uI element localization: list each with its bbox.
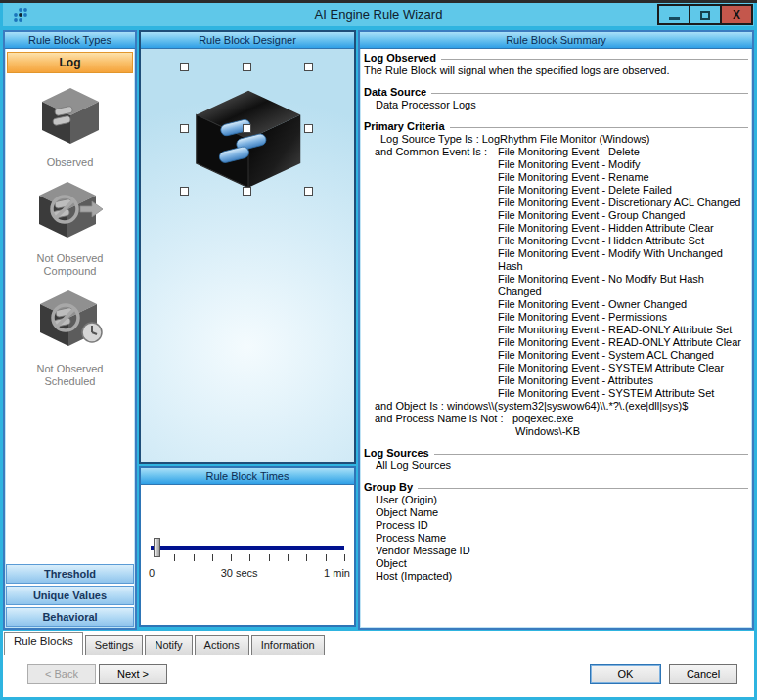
rule-block-times-header: Rule Block Times [141,468,354,485]
common-event-criterion: File Monitoring Event - Owner Changed [364,298,748,311]
primary-criteria-heading: Primary Criteria [364,120,748,133]
slider-tick [231,554,232,561]
back-button[interactable]: < Back [27,664,96,684]
group-by-field: Vendor Message ID [364,545,748,557]
rule-type-observed[interactable]: Observed [5,85,135,169]
rule-block-types-header: Rule Block Types [5,32,135,49]
log-observed-description: The Rule Block will signal when the spec… [364,65,748,77]
selection-handle-mid-right[interactable] [304,124,313,133]
minimize-icon [669,17,680,20]
log-sources-value: All Log Sources [364,459,748,472]
common-event-criterion: File Monitoring Event - Hidden Attribute… [364,222,748,235]
process-name-criterion: Windows\-KB [364,425,748,438]
behavioral-section-button[interactable]: Behavioral [6,607,134,627]
tab-actions[interactable]: Actions [195,635,249,655]
group-by-field: Object Name [364,506,748,519]
designer-canvas[interactable] [141,49,354,462]
common-event-criterion: File Monitoring Event - READ-ONLY Attrib… [364,324,748,336]
group-by-list: User (Origin)Object NameProcess IDProces… [364,494,748,583]
wizard-tabstrip: Rule Blocks Settings Notify Actions Info… [4,632,327,655]
slider-tick [269,554,270,561]
common-event-criterion: File Monitoring Event - Group Changed [364,209,748,222]
rule-block-summary-panel: Rule Block Summary Log Observed The Rule… [358,30,754,630]
minimize-button[interactable] [657,4,690,25]
common-event-criterion: File Monitoring Event - READ-ONLY Attrib… [364,336,748,349]
section-rule [431,93,748,94]
rule-block-designer-panel: Rule Block Designer [139,30,356,464]
slider-max-label: 1 min [324,567,350,579]
data-source-value: Data Processor Logs [364,99,748,111]
group-by-heading: Group By [364,481,748,494]
common-event-criterion: File Monitoring Event - Delete Failed [364,184,748,197]
slider-mid-label: 30 secs [221,567,258,579]
tab-settings[interactable]: Settings [85,635,144,655]
group-by-field: Process ID [364,519,748,532]
observed-cube-icon [36,85,105,152]
slider-tick [326,554,327,561]
slider-ticks [156,554,345,561]
rule-type-label: Not Observed Compound [22,252,119,278]
rule-type-accordion: Threshold Unique Values Behavioral [5,562,135,628]
rule-block-times-panel: Rule Block Times 0 30 secs 1 min [139,466,356,627]
slider-min-label: 0 [149,567,155,579]
selection-handle-bottom-center[interactable] [243,187,251,196]
common-events-block: and Common Event Is : File Monitoring Ev… [364,146,748,400]
close-button[interactable]: X [720,4,753,25]
common-event-criterion: File Monitoring Event - Modify With Unch… [364,247,748,273]
ok-button[interactable]: OK [590,664,661,684]
next-button[interactable]: Next > [99,664,167,684]
selection-handle-top-right[interactable] [304,63,313,71]
selection-handle-bottom-left[interactable] [180,187,189,196]
selection-handle-top-center[interactable] [243,63,251,71]
common-event-criterion: File Monitoring Event - System ACL Chang… [364,349,748,362]
common-event-criterion: File Monitoring Event - Rename [364,171,748,184]
maximize-button[interactable] [689,4,722,25]
rule-block-types-panel: Rule Block Types Log Observed [3,30,137,630]
section-rule [450,127,748,128]
process-name-criterion: and Process Name Is Not : poqexec.exe [364,413,748,425]
group-by-field: User (Origin) [364,494,748,506]
rule-type-not-observed-scheduled[interactable]: Not Observed Scheduled [5,287,135,388]
section-rule [434,454,748,455]
slider-tick [306,554,307,561]
summary-body: Log Observed The Rule Block will signal … [360,49,752,628]
unique-values-section-button[interactable]: Unique Values [6,586,134,605]
common-event-criterion: File Monitoring Event - Hidden Attribute… [364,235,748,247]
tab-information[interactable]: Information [251,635,325,655]
group-by-field: Object [364,557,748,570]
log-sources-heading: Log Sources [364,447,748,459]
rule-type-label: Not Observed Scheduled [22,363,119,388]
data-source-heading: Data Source [364,86,748,99]
not-observed-scheduled-icon [35,287,106,358]
cancel-button[interactable]: Cancel [669,664,737,684]
titlebar: AI Engine Rule Wizard X [3,3,754,26]
selection-handle-top-left[interactable] [180,63,189,71]
slider-tick [194,554,195,561]
slider-tick [288,554,289,561]
common-event-criterion: File Monitoring Event - Modify [364,158,748,171]
tab-rule-blocks[interactable]: Rule Blocks [4,632,83,655]
selection-handle-mid-center[interactable] [243,124,251,133]
time-slider-track[interactable] [151,546,344,550]
group-by-field: Process Name [364,532,748,545]
time-slider-handle[interactable] [154,538,160,557]
log-type-button[interactable]: Log [7,52,133,73]
selection-handle-bottom-right[interactable] [304,187,313,196]
selection-handle-mid-left[interactable] [180,124,189,133]
section-rule [418,488,748,489]
close-icon: X [733,8,740,22]
common-event-criterion: File Monitoring Event - No Modify But Ha… [364,273,748,298]
rule-block-designer-header: Rule Block Designer [141,32,354,49]
rule-type-not-observed-compound[interactable]: Not Observed Compound [5,179,135,278]
common-event-criterion: File Monitoring Event - SYSTEM Attribute… [364,362,748,374]
slider-tick [344,554,345,561]
common-event-criterion: and Common Event Is : File Monitoring Ev… [364,146,748,158]
tab-notify[interactable]: Notify [145,635,192,655]
threshold-section-button[interactable]: Threshold [6,564,134,584]
common-event-criterion: File Monitoring Event - Discretionary AC… [364,197,748,209]
rule-type-label: Observed [22,156,119,169]
slider-labels: 0 30 secs 1 min [149,567,350,579]
log-block-graphic[interactable] [188,82,309,201]
window-title: AI Engine Rule Wizard [3,7,754,22]
process-names-block: and Process Name Is Not : poqexec.exeWin… [364,413,748,438]
